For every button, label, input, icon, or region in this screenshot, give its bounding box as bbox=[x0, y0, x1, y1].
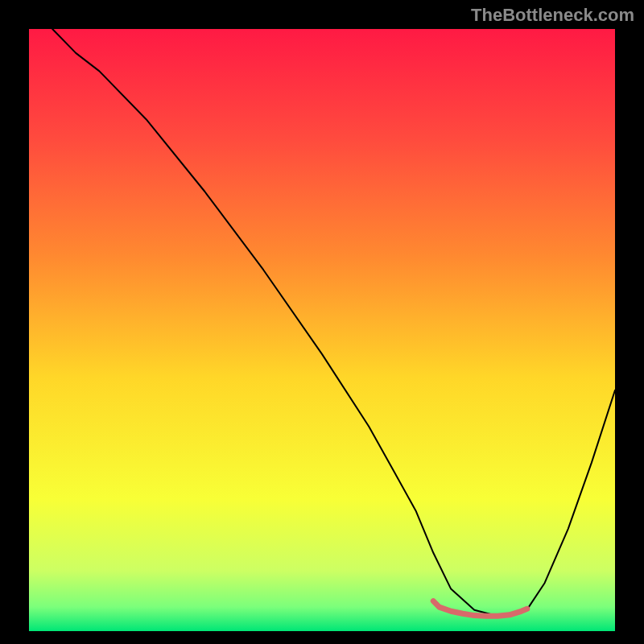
chart-container: TheBottleneck.com bbox=[0, 0, 644, 644]
watermark-text: TheBottleneck.com bbox=[471, 5, 634, 26]
bottleneck-chart bbox=[0, 0, 644, 644]
plot-background bbox=[29, 29, 615, 631]
